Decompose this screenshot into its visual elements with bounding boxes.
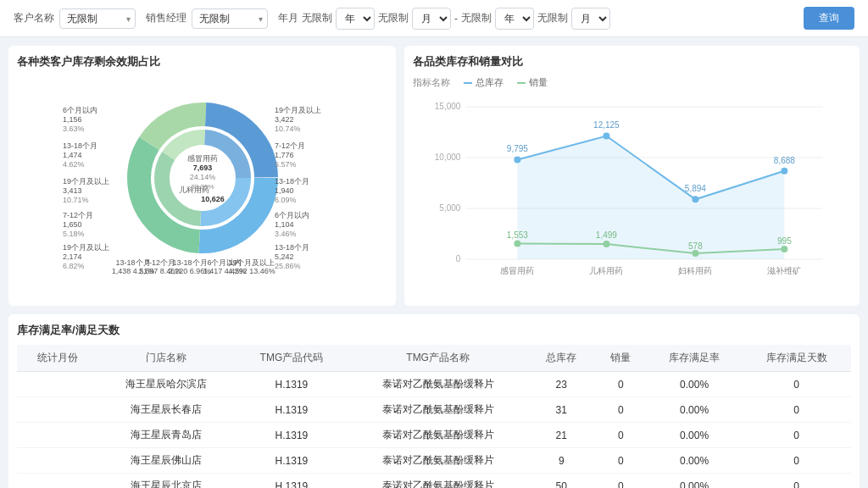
cell-days: 0 <box>742 397 851 423</box>
label-19plus-right-pct: 10.74% <box>275 125 301 133</box>
cell-sales: 0 <box>594 423 647 448</box>
x-er: 儿科用药 <box>590 266 624 275</box>
cell-code: H.1319 <box>236 397 348 423</box>
label-7-12-left1-pct: 5.18% <box>63 230 85 238</box>
legend-sales: 销量 <box>517 76 548 89</box>
y-15000: 15,000 <box>435 102 461 111</box>
x-zi: 滋补维矿 <box>768 266 802 275</box>
y-5000: 5,000 <box>440 203 461 213</box>
cell-code: H.1319 <box>236 372 348 397</box>
cell-days: 0 <box>742 448 851 474</box>
line-chart-title: 各品类库存和销量对比 <box>413 54 851 69</box>
label-6m-left-val: 1,156 <box>63 115 82 124</box>
cell-days: 0 <box>742 423 851 448</box>
center-val-er: 10,626 <box>201 195 225 203</box>
label-13-18-left1-val: 1,474 <box>63 151 82 159</box>
label-7-12-left1-val: 1,650 <box>63 220 82 229</box>
cell-month <box>17 372 97 397</box>
cell-total: 9 <box>528 448 594 474</box>
label-6m-right: 6个月以内 <box>275 211 309 219</box>
label-6m-left-pct: 3.63% <box>63 125 85 133</box>
cell-total: 50 <box>528 474 594 489</box>
x-gan: 感冒用药 <box>501 266 535 275</box>
unlimited-text-3: 无限制 <box>461 11 492 25</box>
cell-store: 海王星辰青岛店 <box>97 423 235 448</box>
label-13-18-right: 13-18个月 <box>275 177 309 186</box>
donut-svg: 6个月以内 1,156 3.63% 13-18个月 1,474 4.62% 19… <box>58 80 347 275</box>
cell-rate: 0.00% <box>647 423 742 448</box>
label-13-18-right2-pct: 25.86% <box>275 262 301 270</box>
y-10000: 10,000 <box>435 152 461 162</box>
val-sales-3: 578 <box>688 241 703 251</box>
line-chart-svg: 15,000 10,000 5,000 0 感冒用药 儿科用药 妇科用药 滋补维… <box>413 94 851 280</box>
main-content: 各种类客户库存剩余效期占比 6个月以内 1,156 3.63% 13-18个月 … <box>0 37 868 488</box>
cell-name: 泰诺对乙酰氨基酚缓释片 <box>348 372 528 397</box>
legend-total-dot <box>464 82 472 84</box>
cell-sales: 0 <box>594 372 647 397</box>
total-area <box>518 136 785 260</box>
legend-sales-label: 销量 <box>529 76 548 89</box>
point-total-3 <box>693 196 699 202</box>
year-month-label: 年月 <box>278 11 298 25</box>
label-13-18-left1: 13-18个月 <box>63 141 97 150</box>
cell-name: 泰诺对乙酰氨基酚缓释片 <box>348 397 528 423</box>
year-select-1[interactable]: 年 <box>336 8 375 30</box>
point-sales-3 <box>693 250 699 257</box>
year-select-2[interactable]: 年 <box>495 8 534 30</box>
table-title: 库存满足率/满足天数 <box>17 323 851 338</box>
unlimited-text-2: 无限制 <box>378 11 409 25</box>
cell-sales: 0 <box>594 448 647 474</box>
label-19plus-left1-val: 3,413 <box>63 186 82 195</box>
cell-store: 海王星辰哈尔滨店 <box>97 372 235 397</box>
cell-store: 海王星辰佛山店 <box>97 448 235 474</box>
label-6m-left: 6个月以内 <box>63 106 97 114</box>
label-13-18-right-val: 1,940 <box>275 186 294 195</box>
cell-code: H.1319 <box>236 423 348 448</box>
customer-select[interactable]: 无限制 <box>59 8 136 29</box>
sales-select-wrapper[interactable]: 无限制 <box>192 8 268 29</box>
sales-filter: 销售经理 无限制 <box>146 8 268 29</box>
cell-month <box>17 423 97 448</box>
table-row: 海王星辰长春店 H.1319 泰诺对乙酰氨基酚缓释片 31 0 0.00% 0 <box>17 397 851 423</box>
col-rate: 库存满足率 <box>647 345 742 372</box>
cell-store: 海王星辰长春店 <box>97 397 235 423</box>
label-19plus-right: 19个月及以上 <box>275 106 321 114</box>
sales-select[interactable]: 无限制 <box>192 8 268 29</box>
point-total-1 <box>515 157 521 164</box>
table-row: 海王星辰哈尔滨店 H.1319 泰诺对乙酰氨基酚缓释片 23 0 0.00% 0 <box>17 372 851 397</box>
val-total-2: 12,125 <box>593 120 620 130</box>
month-select-1[interactable]: 月 <box>412 8 451 30</box>
donut-chart-card: 各种类客户库存剩余效期占比 6个月以内 1,156 3.63% 13-18个月 … <box>8 46 396 306</box>
label-7-12-right-pct: 5.57% <box>275 160 297 169</box>
customer-select-wrapper[interactable]: 无限制 <box>59 8 136 29</box>
unlimited-text-1: 无限制 <box>302 11 332 25</box>
val-sales-4: 995 <box>777 236 792 246</box>
line-chart-card: 各品类库存和销量对比 指标名称 总库存 销量 15,000 10,000 5,0… <box>404 46 860 306</box>
table-body: 海王星辰哈尔滨店 H.1319 泰诺对乙酰氨基酚缓释片 23 0 0.00% 0… <box>17 372 851 489</box>
cell-store: 海王星辰北京店 <box>97 474 235 489</box>
label-7-12-right-val: 1,776 <box>275 151 294 159</box>
label-6m-right-pct: 3.46% <box>275 230 297 238</box>
label-13-18-right-pct: 6.09% <box>275 196 297 204</box>
val-sales-2: 1,499 <box>596 230 617 240</box>
donut-chart-container: 6个月以内 1,156 3.63% 13-18个月 1,474 4.62% 19… <box>17 76 387 280</box>
month-select-2[interactable]: 月 <box>571 8 610 30</box>
val-total-1: 9,795 <box>507 144 528 153</box>
cell-month <box>17 448 97 474</box>
x-fu: 妇科用药 <box>679 266 713 275</box>
charts-row: 各种类客户库存剩余效期占比 6个月以内 1,156 3.63% 13-18个月 … <box>8 46 860 306</box>
table-card: 库存满足率/满足天数 统计月份 门店名称 TMG产品代码 TMG产品名称 总库存… <box>8 314 860 488</box>
val-total-3: 5,894 <box>685 184 706 193</box>
cell-name: 泰诺对乙酰氨基酚缓释片 <box>348 474 528 489</box>
y-0: 0 <box>456 254 461 263</box>
label-19plus-bot-val: 4,292 13.46% <box>228 267 275 275</box>
val-sales-1: 1,553 <box>507 230 528 240</box>
cell-code: H.1319 <box>236 474 348 489</box>
dash-text: - <box>454 13 458 25</box>
query-button[interactable]: 查询 <box>804 7 854 30</box>
cell-total: 21 <box>528 423 594 448</box>
label-19plus-bot: 19个月及以上 <box>228 258 275 267</box>
label-6m-right-val: 1,104 <box>275 220 294 229</box>
legend-sales-dot <box>517 82 526 84</box>
table-row: 海王星辰佛山店 H.1319 泰诺对乙酰氨基酚缓释片 9 0 0.00% 0 <box>17 448 851 474</box>
